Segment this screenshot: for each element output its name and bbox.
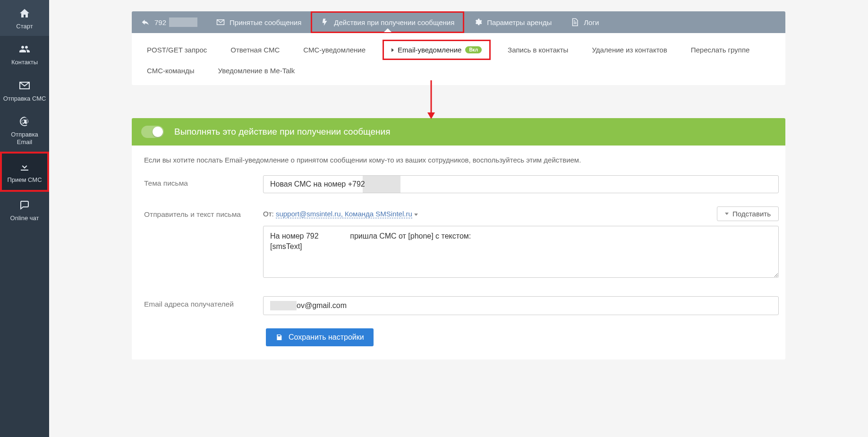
save-button-label: Сохранить настройки	[289, 333, 364, 342]
save-icon	[275, 334, 283, 341]
sub-tab-forward-group[interactable]: Переслать группе	[684, 42, 757, 58]
sub-tab-reply-sms[interactable]: Ответная СМС	[224, 42, 286, 58]
sender-label: Отправитель и текст письма	[141, 206, 263, 219]
sidebar-item-label: Отправка СМС	[3, 95, 46, 103]
sidebar-item-send-email[interactable]: Отправка Email	[0, 108, 49, 152]
sidebar-item-label: Отправка Email	[3, 131, 46, 146]
top-nav-label: Логи	[584, 18, 599, 26]
sidebar-item-label: Старт	[16, 23, 33, 30]
users-icon	[18, 43, 31, 56]
row-recipients: Email адреса получателей ov@gmail.com	[141, 296, 779, 315]
file-icon	[570, 18, 579, 26]
at-icon	[18, 115, 31, 128]
highlight-email-tab: Email-уведомление Вкл	[383, 40, 491, 60]
toggle-label: Выполнять это действие при получении соо…	[174, 127, 391, 137]
bolt-icon	[321, 18, 329, 26]
main-content: 792 Принятые сообщения Действия при полу…	[49, 0, 868, 437]
sidebar-item-label: Прием СМС	[7, 176, 42, 184]
top-nav-rent-params[interactable]: Параметры аренды	[464, 11, 561, 33]
badge-enabled: Вкл	[465, 46, 482, 53]
recipients-input[interactable]: ov@gmail.com	[263, 296, 779, 315]
caret-down-icon	[725, 213, 729, 215]
sidebar: Старт Контакты Отправка СМС Отправка Ema…	[0, 0, 49, 437]
recipients-value: ov@gmail.com	[297, 301, 347, 310]
top-nav-actions[interactable]: Действия при получении сообщения	[311, 11, 464, 33]
toggle-bar: Выполнять это действие при получении соо…	[132, 118, 785, 146]
action-card: Выполнять это действие при получении соо…	[132, 118, 785, 360]
top-nav-received[interactable]: Принятые сообщения	[207, 11, 311, 33]
top-nav-label: 792	[154, 18, 166, 26]
sub-tab-metalk-notify[interactable]: Уведомление в Me-Talk	[212, 63, 302, 78]
row-sender-body: Отправитель и текст письма От: support@s…	[141, 206, 779, 279]
top-nav-logs[interactable]: Логи	[561, 11, 608, 33]
home-icon	[18, 7, 31, 20]
subject-input[interactable]	[263, 175, 779, 193]
sidebar-item-contacts[interactable]: Контакты	[0, 36, 49, 72]
download-icon	[18, 160, 31, 173]
mask-block	[270, 301, 297, 310]
sidebar-item-receive-sms[interactable]: Прием СМС	[0, 152, 49, 191]
mask-block	[169, 17, 197, 27]
reply-icon	[141, 18, 150, 26]
button-row: Сохранить настройки	[141, 328, 779, 346]
insert-button[interactable]: Подставить	[717, 206, 779, 221]
body-textarea[interactable]	[263, 226, 779, 278]
sub-tab-postget[interactable]: POST/GET запрос	[140, 42, 213, 58]
switch-knob	[153, 127, 163, 137]
enable-switch[interactable]	[141, 126, 164, 138]
sub-tab-email-notify[interactable]: Email-уведомление Вкл	[385, 42, 488, 58]
sub-tab-write-contacts[interactable]: Запись в контакты	[501, 42, 575, 58]
insert-button-label: Подставить	[732, 210, 771, 218]
top-nav-phone[interactable]: 792	[132, 11, 207, 33]
arrow-annotation	[132, 85, 785, 118]
sidebar-item-send-sms[interactable]: Отправка СМС	[0, 72, 49, 108]
top-nav-label: Параметры аренды	[487, 18, 552, 26]
envelope-icon	[18, 79, 31, 92]
sub-tab-delete-contacts[interactable]: Удаление из контактов	[585, 42, 673, 58]
save-button[interactable]: Сохранить настройки	[266, 328, 374, 346]
sub-tabs: POST/GET запрос Ответная СМС СМС-уведомл…	[140, 40, 777, 78]
caret-right-icon	[391, 48, 394, 52]
envelope-icon	[216, 18, 225, 26]
top-nav-label: Действия при получении сообщения	[334, 18, 454, 26]
helper-text: Если вы хотите послать Email-уведомление…	[144, 156, 779, 164]
top-nav: 792 Принятые сообщения Действия при полу…	[132, 11, 785, 33]
sub-tab-sms-commands[interactable]: СМС-команды	[140, 63, 201, 78]
from-link[interactable]: support@smsintel.ru, Команда SMSintel.ru	[276, 210, 412, 218]
row-subject: Тема письма	[141, 175, 779, 193]
from-prefix: От:	[263, 210, 276, 218]
chat-icon	[18, 198, 31, 212]
from-line: От: support@smsintel.ru, Команда SMSinte…	[263, 210, 418, 218]
sub-tab-label: Email-уведомление	[398, 46, 461, 54]
gear-icon	[474, 18, 482, 26]
sidebar-item-start[interactable]: Старт	[0, 0, 49, 36]
sidebar-item-label: Контакты	[11, 59, 38, 66]
recipients-label: Email адреса получателей	[141, 296, 263, 308]
sidebar-item-online-chat[interactable]: Online чат	[0, 192, 49, 228]
subject-label: Тема письма	[141, 175, 263, 188]
top-nav-label: Принятые сообщения	[230, 18, 301, 26]
sidebar-item-label: Online чат	[10, 214, 39, 222]
sub-tabs-panel: POST/GET запрос Ответная СМС СМС-уведомл…	[132, 33, 785, 85]
sub-tab-sms-notify[interactable]: СМС-уведомление	[297, 42, 372, 58]
caret-down-icon	[414, 214, 418, 216]
